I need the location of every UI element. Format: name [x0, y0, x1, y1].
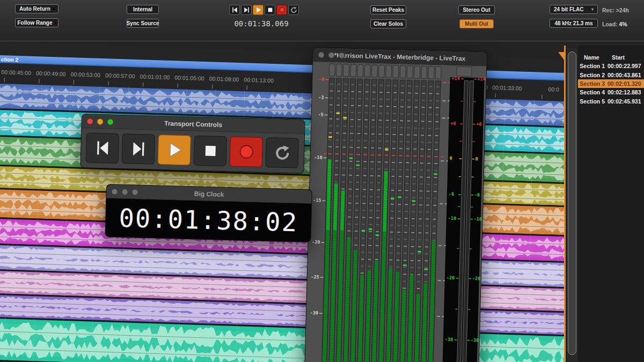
transport-buttons — [80, 128, 304, 173]
peak-hold-mark — [391, 198, 394, 200]
column-header-start[interactable]: Start — [606, 54, 625, 61]
auto-return-button[interactable]: Auto Return — [15, 4, 58, 13]
scrollbar-thumb[interactable] — [568, 51, 576, 355]
big-clock-window: Big Clock 00:01:38:02 — [105, 184, 312, 242]
close-icon[interactable] — [318, 51, 324, 58]
loop-button[interactable] — [265, 137, 298, 168]
multi-out-label: Multi Out — [465, 21, 488, 27]
peak-hold-mark — [376, 234, 379, 236]
app-window: Auto Return Follow Range Internal Sync S… — [0, 0, 644, 362]
clear-solos-button[interactable]: Clear Solos — [370, 19, 406, 28]
zoom-icon[interactable] — [107, 119, 113, 125]
channel-button[interactable] — [407, 66, 413, 78]
dsp-load-value: 4% — [619, 21, 627, 27]
stop-icon — [267, 6, 274, 13]
channel-button[interactable] — [414, 66, 420, 78]
column-header-name[interactable]: Name — [578, 54, 606, 61]
reset-peaks-button[interactable]: Reset Peaks — [370, 5, 406, 14]
sync-source-button[interactable]: Sync Source — [127, 19, 159, 28]
skip-end-button[interactable] — [122, 134, 155, 165]
close-icon[interactable] — [86, 118, 93, 124]
led-indicator — [53, 8, 54, 11]
peak-hold-mark — [412, 200, 415, 202]
peak-hold-mark — [362, 230, 365, 232]
led-indicator — [55, 21, 56, 25]
section-row[interactable]: Section 300:02:01.320 — [578, 79, 644, 88]
zoom-icon[interactable] — [131, 189, 138, 195]
channel-button[interactable] — [350, 64, 356, 77]
section-start-time: 00:00:22.997 — [605, 63, 641, 69]
minimize-icon[interactable] — [121, 189, 128, 195]
minimize-icon[interactable] — [328, 52, 334, 58]
master-scale-label: -6 — [449, 191, 455, 197]
file-format-dropdown[interactable]: 24 bit FLAC ▾ — [550, 5, 598, 14]
section-marker-label[interactable]: ction 2 — [1, 56, 19, 63]
sample-rate-button[interactable]: 48 kHz 21.3 ms — [550, 19, 598, 28]
skip-end-button[interactable] — [241, 5, 252, 15]
meterbridge-window: *Harrison LiveTrax - Meterbridge - LiveT… — [304, 47, 487, 362]
meterbridge-meters: -0-0-3-3-5-5-10-10-15-15-20-20-25-25-30-… — [304, 62, 486, 362]
channel-button[interactable] — [421, 66, 427, 78]
channel-button[interactable] — [400, 65, 406, 78]
channel-button[interactable] — [357, 64, 363, 77]
channel-button[interactable] — [364, 65, 370, 77]
channel-button[interactable] — [343, 64, 349, 77]
ruler-mark: 00:01:33:00 — [492, 84, 522, 92]
stereo-out-button[interactable]: Stereo Out — [458, 5, 495, 14]
play-button[interactable] — [158, 135, 191, 166]
section-row[interactable]: Section 200:00:43.861 — [578, 70, 644, 79]
secondary-clock[interactable]: 00:01:38.069 — [230, 19, 293, 28]
rec-time-remaining: Rec: >24h — [602, 7, 629, 13]
master-scale-label: +6 — [476, 121, 482, 127]
section-row[interactable]: Section 400:02:12.883 — [578, 88, 644, 97]
channel-button[interactable] — [428, 67, 434, 79]
close-icon[interactable] — [111, 188, 118, 195]
peak-hold-mark — [328, 136, 332, 138]
sections-panel: Name Start Section 100:00:22.997Section … — [578, 46, 644, 362]
channel-button[interactable] — [386, 65, 392, 78]
peak-hold-mark — [336, 112, 340, 114]
channel-button[interactable] — [329, 64, 335, 76]
master-scale-label: -10 — [448, 216, 457, 221]
section-row[interactable]: Section 100:00:22.997 — [578, 62, 644, 70]
loop-button[interactable] — [288, 5, 299, 15]
record-button[interactable] — [230, 136, 263, 167]
play-button[interactable] — [253, 5, 264, 15]
vertical-scrollbar[interactable] — [566, 48, 577, 362]
internal-button[interactable]: Internal — [127, 5, 159, 14]
play-icon — [255, 6, 262, 13]
master-scale-label: -20 — [472, 276, 481, 281]
record-button[interactable] — [276, 5, 287, 15]
meter-scale-label: -15 — [313, 197, 321, 203]
follow-range-button[interactable]: Follow Range — [15, 18, 58, 27]
clear-solos-label: Clear Solos — [374, 21, 403, 27]
transport-title: Transport Controls — [164, 120, 222, 129]
stop-button[interactable] — [265, 5, 275, 15]
stop-button[interactable] — [194, 136, 227, 167]
master-scale-label: 0 — [450, 156, 452, 161]
play-icon — [165, 141, 183, 159]
channel-button[interactable] — [378, 65, 384, 77]
meter-scale-label: -10 — [314, 154, 323, 160]
minimize-icon[interactable] — [97, 119, 103, 125]
skip-start-button[interactable] — [86, 132, 119, 164]
zoom-icon[interactable] — [338, 52, 345, 58]
loop-icon — [290, 6, 297, 13]
record-icon — [279, 6, 286, 13]
channel-button[interactable] — [393, 65, 399, 78]
section-row[interactable]: Section 500:02:45.931 — [578, 97, 644, 106]
peak-hold-mark — [398, 196, 401, 198]
window-controls — [318, 51, 345, 58]
window-controls — [111, 188, 138, 195]
skip-start-button[interactable] — [229, 5, 240, 15]
channel-button[interactable] — [371, 65, 377, 77]
channel-button[interactable] — [435, 67, 441, 79]
peak-hold-mark — [385, 149, 389, 150]
channel-button[interactable] — [336, 64, 342, 76]
master-button[interactable] — [457, 67, 472, 77]
internal-label: Internal — [133, 6, 152, 12]
skip-end-icon — [130, 141, 147, 157]
multi-out-button[interactable]: Multi Out — [459, 19, 494, 28]
section-start-time: 00:00:43.861 — [605, 72, 641, 78]
master-scale-label: -30 — [471, 337, 479, 343]
